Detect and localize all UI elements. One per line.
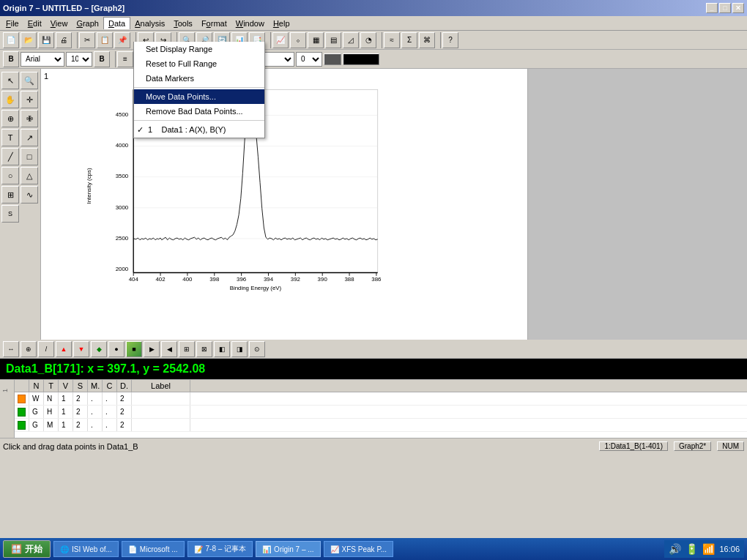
mini-toolbar: ↔ ⊕ / ▲ ▼ ◆ ● ■ ▶ ◀ ⊞ ⊠ ◧ ◨ ⊙ bbox=[0, 340, 747, 359]
svg-text:394: 394 bbox=[264, 276, 274, 283]
help-icon-btn[interactable]: ? bbox=[442, 32, 458, 48]
status-seg-3: NUM bbox=[717, 441, 744, 451]
poly-tool[interactable]: △ bbox=[21, 167, 38, 184]
menu-sep-2 bbox=[134, 120, 264, 121]
taskbar-app-2[interactable]: 📄 Microsoft ... bbox=[122, 541, 185, 557]
ws-cell-3-v: 1 bbox=[59, 419, 73, 431]
text-tool[interactable]: T bbox=[1, 129, 19, 146]
left-align-btn[interactable]: ≡ bbox=[117, 51, 133, 67]
copy-btn[interactable]: 📋 bbox=[97, 32, 113, 48]
mini-tb-5[interactable]: ▼ bbox=[73, 341, 89, 357]
bar-btn[interactable]: ▦ bbox=[308, 32, 324, 48]
taskbar-tray: 🔊 🔋 📶 16:06 bbox=[664, 540, 744, 558]
mini-tb-2[interactable]: ⊕ bbox=[21, 341, 37, 357]
sep7 bbox=[111, 51, 116, 67]
maximize-button[interactable]: □ bbox=[719, 3, 731, 13]
mini-tb-13[interactable]: ◧ bbox=[214, 341, 230, 357]
menu-help[interactable]: Help bbox=[269, 18, 294, 29]
ws-row-2: G H 1 2 . . 2 bbox=[15, 406, 747, 419]
pie-btn[interactable]: ◔ bbox=[360, 32, 376, 48]
ellipse-tool[interactable]: ○ bbox=[1, 167, 19, 184]
close-button[interactable]: ✕ bbox=[732, 3, 744, 13]
taskbar-app-1[interactable]: 🌐 ISI Web of... bbox=[53, 541, 119, 557]
area-btn[interactable]: ◿ bbox=[343, 32, 359, 48]
mini-tb-3[interactable]: / bbox=[38, 341, 54, 357]
menu-graph[interactable]: Graph bbox=[72, 18, 103, 29]
font-select[interactable]: Arial bbox=[21, 52, 64, 67]
ws-cell-icon-3 bbox=[15, 419, 29, 431]
open-btn[interactable]: 📂 bbox=[21, 32, 37, 48]
ws-content: N T V S M. C D. Label W N 1 2 . . 2 bbox=[15, 380, 747, 438]
mini-tb-9[interactable]: ▶ bbox=[144, 341, 160, 357]
window-title: Origin 7 – UNTITLED – [Graph2] bbox=[3, 4, 124, 12]
s-tool[interactable]: S bbox=[1, 205, 19, 223]
mini-tb-1[interactable]: ↔ bbox=[3, 341, 19, 357]
menu-remove-bad-points[interactable]: Remove Bad Data Points... bbox=[134, 104, 264, 119]
menu-tools[interactable]: Tools bbox=[169, 18, 197, 29]
bold-btn[interactable]: B bbox=[3, 51, 19, 67]
fill-width[interactable]: 0 bbox=[296, 52, 322, 67]
menu-analysis[interactable]: Analysis bbox=[130, 18, 169, 29]
fit-btn[interactable]: ≈ bbox=[384, 32, 400, 48]
taskbar: 🪟 开始 🌐 ISI Web of... 📄 Microsoft ... 📝 7… bbox=[0, 538, 747, 560]
mini-tb-8[interactable]: ■ bbox=[126, 341, 142, 357]
scatter-btn[interactable]: ⬦ bbox=[290, 32, 306, 48]
picker-tool[interactable]: ⊕ bbox=[1, 110, 19, 127]
menu-format[interactable]: Format bbox=[197, 18, 231, 29]
mini-tb-4[interactable]: ▲ bbox=[56, 341, 72, 357]
menu-reset-full-range[interactable]: Reset to Full Range bbox=[134, 56, 264, 71]
menu-view[interactable]: View bbox=[46, 18, 73, 29]
taskbar-app-4[interactable]: 📊 Origin 7 – ... bbox=[256, 541, 320, 557]
column-btn[interactable]: ▤ bbox=[325, 32, 341, 48]
new-btn[interactable]: 📄 bbox=[3, 32, 19, 48]
stats-btn[interactable]: Σ bbox=[401, 32, 417, 48]
paste-btn[interactable]: 📌 bbox=[114, 32, 130, 48]
tray-icon-3: 📶 bbox=[702, 543, 715, 555]
script-btn[interactable]: ⌘ bbox=[419, 32, 435, 48]
mini-tb-7[interactable]: ● bbox=[108, 341, 124, 357]
menu-data-markers[interactable]: Data Markers bbox=[134, 71, 264, 86]
menu-file[interactable]: File bbox=[1, 18, 23, 29]
svg-text:4000: 4000 bbox=[116, 142, 129, 149]
crosshair-tool[interactable]: ✛ bbox=[21, 91, 38, 108]
pan-tool[interactable]: ✋ bbox=[1, 91, 19, 108]
start-button[interactable]: 🪟 开始 bbox=[3, 540, 51, 558]
move-tool[interactable]: ✙ bbox=[21, 110, 38, 127]
menu-data[interactable]: Data bbox=[103, 17, 130, 29]
ws-cell-icon-1 bbox=[15, 392, 29, 405]
ws-col-n: N bbox=[29, 380, 44, 392]
curve-tool[interactable]: ∿ bbox=[21, 186, 38, 204]
region-tool[interactable]: ⊞ bbox=[1, 186, 19, 204]
mini-tb-11[interactable]: ⊞ bbox=[179, 341, 195, 357]
fill-color-box[interactable] bbox=[324, 53, 341, 65]
size-select[interactable]: 10 bbox=[66, 52, 92, 67]
mini-tb-12[interactable]: ⊠ bbox=[196, 341, 212, 357]
menu-edit[interactable]: Edit bbox=[23, 18, 46, 29]
plot-btn[interactable]: 📈 bbox=[272, 32, 289, 48]
menu-set-display-range[interactable]: Set Display Range bbox=[134, 42, 264, 56]
taskbar-app-5[interactable]: 📈 XFS Peak P... bbox=[324, 541, 394, 557]
cut-btn[interactable]: ✂ bbox=[79, 32, 95, 48]
taskbar-app-3[interactable]: 📝 7-8 – 记事本 bbox=[187, 541, 253, 557]
print-btn[interactable]: 🖨 bbox=[56, 32, 72, 48]
arrow-tool[interactable]: ↗ bbox=[21, 129, 38, 146]
line-tool[interactable]: ╱ bbox=[1, 148, 19, 165]
svg-text:2000: 2000 bbox=[116, 266, 129, 272]
svg-text:392: 392 bbox=[291, 276, 300, 283]
mini-tb-10[interactable]: ◀ bbox=[161, 341, 177, 357]
minimize-button[interactable]: _ bbox=[706, 3, 718, 13]
graph-right-panel bbox=[527, 69, 747, 340]
mini-tb-14[interactable]: ◨ bbox=[231, 341, 248, 357]
menu-move-data-points[interactable]: Move Data Points... bbox=[134, 89, 264, 104]
pattern-btn[interactable] bbox=[343, 53, 379, 65]
menu-window[interactable]: Window bbox=[231, 18, 269, 29]
menu-data1-column[interactable]: ✓ 1 Data1 : A(X), B(Y) bbox=[134, 122, 264, 138]
bold-text-btn[interactable]: B bbox=[94, 51, 110, 67]
select-tool[interactable]: ↖ bbox=[1, 72, 19, 89]
rect-tool[interactable]: □ bbox=[21, 148, 38, 165]
mini-tb-6[interactable]: ◆ bbox=[91, 341, 107, 357]
mini-tb-15[interactable]: ⊙ bbox=[249, 341, 265, 357]
save-btn[interactable]: 💾 bbox=[38, 32, 54, 48]
zoom-tool[interactable]: 🔍 bbox=[21, 72, 38, 89]
ws-cell-icon-2 bbox=[15, 406, 29, 418]
